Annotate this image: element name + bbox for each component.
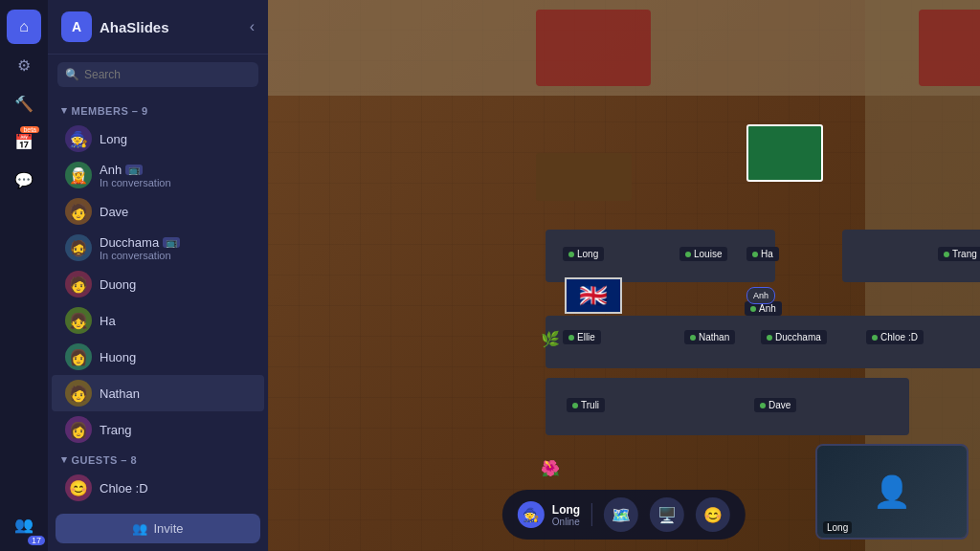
search-bar: 🔍 (48, 55, 268, 95)
bottom-toolbar: 🧙 Long Online 🗺️ 🖥️ 😊 (502, 490, 746, 540)
avatar-duong: 🧑 (65, 271, 92, 298)
bookshelf (536, 153, 632, 201)
app-title: AhaSlides (100, 19, 242, 35)
player-louise: Louise (679, 247, 727, 261)
game-canvas[interactable]: 🇬🇧 Long Louise Ha Trang MA Lily Huong dm… (268, 0, 980, 551)
plant-2: 🌺 (541, 459, 560, 477)
member-list: ▾ MEMBERS – 9 🧙 Long 🧝 Anh 📺 In conversa… (48, 95, 268, 506)
sidebar-header: A AhaSlides ‹ (48, 0, 268, 55)
settings-icon[interactable]: ⚙ (7, 48, 41, 82)
emoji-button[interactable]: 😊 (696, 497, 730, 532)
toolbar-user: 🧙 Long Online (518, 501, 580, 528)
toolbar-status: Online (552, 517, 580, 527)
member-item-ha[interactable]: 👧 Ha (52, 302, 264, 339)
player-chloe: Chloe :D (866, 330, 924, 344)
player-ducchama: Ducchama (761, 330, 827, 344)
player-dave: Dave (754, 398, 796, 412)
member-item-duong[interactable]: 🧑 Duong (52, 266, 264, 302)
chat-icon[interactable]: 💬 (7, 163, 41, 197)
member-item-trang[interactable]: 👩 Trang (52, 411, 264, 448)
member-item-long[interactable]: 🧙 Long (52, 121, 264, 157)
avatar-chloe: 😊 (65, 474, 92, 501)
player-ellie: Ellie (563, 330, 601, 344)
search-input[interactable] (57, 62, 258, 87)
app-logo: A (61, 11, 92, 42)
chevron-down-icon-guests: ▾ (61, 453, 68, 466)
toolbar-divider (591, 503, 592, 526)
player-ha: Ha (746, 247, 779, 261)
british-flag: 🇬🇧 (565, 277, 622, 314)
avatar-trang: 👩 (65, 416, 92, 443)
guests-section-header[interactable]: ▾ GUESTS – 8 (48, 448, 268, 470)
toolbar-username: Long (552, 503, 580, 517)
avatar-dave: 🧑 (65, 198, 92, 225)
player-trang: Trang (938, 247, 980, 261)
toolbar-avatar: 🧙 (518, 501, 545, 528)
member-item-ducchama[interactable]: 🧔 Ducchama 📺 In conversation (52, 230, 264, 266)
build-icon[interactable]: 🔨 (7, 86, 41, 121)
avatar-anh: 🧝 (65, 162, 92, 188)
avatar-ducchama: 🧔 (65, 234, 92, 261)
member-item-chloe[interactable]: 😊 Chloe :D (52, 470, 264, 506)
carpet-top-right (919, 10, 980, 86)
chevron-down-icon: ▾ (61, 104, 68, 117)
player-truli: Truli (567, 398, 605, 412)
avatar-long: 🧙 (65, 125, 92, 152)
carpet-top-left (536, 10, 651, 86)
member-item-anh[interactable]: 🧝 Anh 📺 In conversation (52, 157, 264, 193)
avatar-nathan: 🧑 (65, 380, 92, 407)
ping-pong-table (746, 124, 823, 182)
avatar-ha: 👧 (65, 307, 92, 334)
people-count-badge: 17 (28, 536, 45, 545)
member-item-nathan[interactable]: 🧑 Nathan (52, 375, 264, 411)
plant-1: 🌿 (541, 330, 560, 348)
member-item-huong[interactable]: 👩 Huong (52, 339, 264, 375)
anh-chat-bubble: Anh (746, 287, 775, 304)
player-long: Long (563, 247, 604, 261)
screen-badge-ducchama: 📺 (163, 237, 180, 248)
screen-badge-anh: 📺 (125, 165, 143, 175)
members-section-header[interactable]: ▾ MEMBERS – 9 (48, 99, 268, 121)
game-area: 🇬🇧 Long Louise Ha Trang MA Lily Huong dm… (268, 0, 980, 551)
player-nathan: Nathan (684, 330, 735, 344)
search-icon: 🔍 (65, 68, 79, 81)
invite-icon: 👥 (132, 521, 147, 536)
screen-button[interactable]: 🖥️ (650, 497, 684, 532)
member-item-dave[interactable]: 🧑 Dave (52, 193, 264, 230)
sidebar: A AhaSlides ‹ 🔍 ▾ MEMBERS – 9 🧙 Long 🧝 A… (48, 0, 268, 551)
calendar-icon[interactable]: 📅 beta (7, 124, 41, 159)
video-username: Long (823, 521, 852, 534)
avatar-huong: 👩 (65, 343, 92, 370)
home-icon[interactable]: ⌂ (7, 10, 41, 44)
map-button[interactable]: 🗺️ (604, 497, 638, 532)
video-feed: 👤 Long (815, 444, 969, 540)
invite-button[interactable]: 👥 Invite (56, 514, 260, 543)
collapse-button[interactable]: ‹ (250, 18, 255, 35)
people-icon[interactable]: 👥 17 (7, 507, 41, 541)
left-navigation-rail: ⌂ ⚙ 🔨 📅 beta 💬 👥 17 (0, 0, 48, 551)
